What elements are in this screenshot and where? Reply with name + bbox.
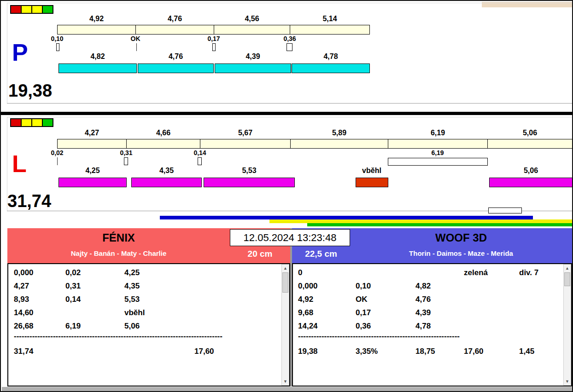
result-cell: 17,60 (464, 347, 519, 356)
result-cell: 4,27 (14, 282, 65, 291)
scroll-down-button[interactable]: ▼ (564, 378, 571, 385)
status-light-yellow-1 (21, 118, 32, 127)
scroll-thumb[interactable] (282, 272, 288, 293)
result-cell: div. 7 (519, 268, 538, 277)
team-right-scrollbar[interactable]: ▲ ▼ (563, 264, 571, 386)
lane-l-label: L (12, 152, 27, 176)
result-cell: 4,76 (415, 295, 464, 304)
lane-l-split-segment (388, 139, 488, 149)
flyball-timing-screen: 4,92 4,76 4,56 5,14 0,10 OK 0,17 0,36 P … (0, 0, 573, 392)
lane-p-run-time: 4,56 (214, 15, 290, 23)
result-cell: 1,45 (519, 347, 534, 356)
lane-p-status-lights (10, 5, 53, 14)
scroll-up-button[interactable]: ▲ (282, 265, 289, 272)
team-left-name: FÉNIX (7, 231, 230, 244)
lane-l-pending-bar (388, 158, 488, 166)
lane-p-return-time: 4,76 (138, 52, 214, 61)
result-cell: 5,53 (124, 295, 194, 304)
scroll-down-button[interactable]: ▼ (282, 378, 289, 385)
result-cell: 14,60 (14, 308, 65, 317)
lane-l-split-segment (200, 139, 291, 149)
team-right-members: Thorin - Daimos - Maze - Merida (350, 249, 572, 257)
lane-p-mark: 0,17 (200, 35, 228, 42)
result-cell: 8,93 (14, 295, 65, 304)
lane-l-dog-bar (131, 178, 202, 187)
team-right-name: WOOF 3D (350, 231, 572, 244)
result-cell: 4,92 (298, 295, 356, 304)
lane-l-mark: 0,14 (186, 149, 214, 156)
result-cell: 6,19 (65, 322, 124, 331)
lane-p-run-time: 5,14 (290, 15, 370, 23)
progress-bar-green (307, 223, 573, 226)
lane-p-start-marker (56, 43, 59, 51)
race-timestamp: 12.05.2024 13:23:48 (230, 229, 350, 246)
lane-l-mark: 0,31 (112, 149, 140, 156)
result-cell: 19,38 (298, 347, 356, 356)
lane-p-label: P (12, 40, 28, 64)
result-cell: 9,68 (298, 308, 356, 317)
result-cell: 0 (298, 268, 356, 277)
lane-p-return-time: 4,39 (215, 52, 291, 61)
lane-l-dog-bar (489, 178, 573, 187)
result-cell (124, 347, 194, 356)
result-cell: zelená (464, 268, 519, 277)
result-cell: 4,78 (415, 322, 464, 331)
status-light-yellow-2 (31, 118, 43, 127)
scroll-up-icon: ▲ (565, 266, 569, 271)
progress-bar-blue (160, 216, 533, 219)
result-cell: 17,60 (194, 347, 254, 356)
status-light-yellow-1 (21, 5, 32, 14)
lane-l-run-time: 5,89 (290, 129, 388, 137)
lane-l-split-segment (487, 139, 573, 149)
result-separator: ----------------------------------------… (298, 332, 460, 341)
lane-p-start-marker (212, 43, 216, 51)
result-cell (65, 347, 124, 356)
lane-l-mark: 6,19 (424, 149, 451, 156)
scroll-down-icon: ▼ (565, 379, 569, 384)
result-cell: 0,02 (65, 268, 124, 277)
scroll-up-icon: ▲ (283, 266, 287, 271)
lane-l-return-time: 4,35 (131, 167, 202, 175)
team-right-jump-height: 22,5 cm (292, 249, 350, 259)
result-row: 8,930,145,53 (14, 295, 194, 304)
result-cell: 4,39 (415, 308, 464, 317)
lane-l-split-segment (57, 139, 127, 149)
lane-l-mark: 0,02 (43, 149, 71, 156)
result-row: 0,0000,024,25 (14, 268, 194, 277)
lane-p-bottom-line (7, 103, 573, 104)
result-row: 26,686,195,06 (14, 322, 194, 331)
lane-l-fault-bar (356, 178, 388, 187)
lane-l-start-marker (57, 157, 58, 165)
scroll-thumb[interactable] (564, 272, 570, 286)
result-cell: vběhl (124, 308, 194, 317)
status-light-red (10, 118, 22, 127)
lane-l-dog-bar (58, 178, 127, 187)
status-light-red (10, 5, 22, 14)
result-row: 14,60vběhl (14, 308, 194, 317)
lane-l-run-time: 5,67 (200, 129, 291, 137)
result-row: 0,0000,104,82 (298, 282, 464, 291)
team-left-scrollbar[interactable]: ▲ ▼ (281, 264, 289, 386)
lane-l-run-time: 4,66 (126, 129, 200, 137)
progress-bar-yellow (269, 219, 573, 223)
lane-divider (1, 112, 573, 115)
lane-p-dog-bar (58, 63, 137, 73)
lane-p-dog-bar (138, 63, 214, 73)
result-cell: 0,10 (356, 282, 415, 291)
status-light-yellow-2 (31, 5, 43, 14)
lane-l-return-time: 5,53 (204, 167, 295, 175)
lane-l-status-lights (10, 118, 53, 127)
result-cell: 0,36 (356, 322, 415, 331)
result-cell: 18,75 (415, 347, 464, 356)
team-left-jump-height: 20 cm (230, 249, 290, 259)
lane-p-split-segment (57, 25, 136, 35)
result-cell: 0,000 (14, 268, 65, 277)
lane-l-return-time: 4,25 (58, 167, 127, 175)
result-row: 4,92OK4,76 (298, 295, 464, 304)
result-row: 14,240,364,78 (298, 322, 464, 331)
result-row: 9,680,174,39 (298, 308, 464, 317)
lane-p-split-segment (214, 25, 290, 35)
lane-p-dog-bar (215, 63, 291, 73)
result-row: 4,270,314,35 (14, 282, 194, 291)
scroll-up-button[interactable]: ▲ (564, 265, 571, 272)
